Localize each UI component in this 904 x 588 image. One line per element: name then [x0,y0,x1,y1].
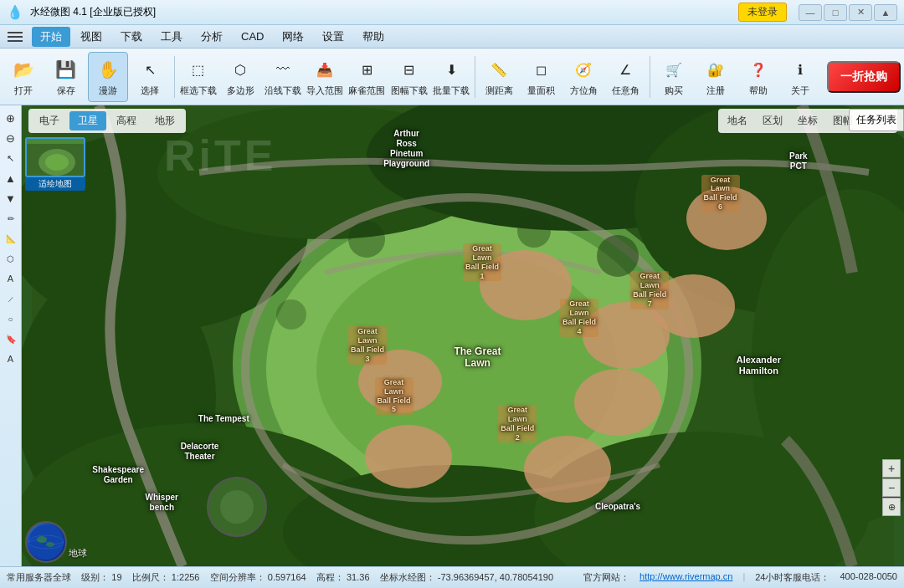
toolbar-buy[interactable]: 🛒 购买 [654,52,694,102]
sidebar-polygon-tool[interactable]: ⬡ [2,249,20,268]
sidebar-bookmark[interactable]: 🔖 [2,330,20,348]
toolbar-select[interactable]: ↖ 选择 [130,52,170,102]
toolbar: 📂 打开 💾 保存 ✋ 漫游 ↖ 选择 ⬚ 框选下载 ⬡ 多边形 〰 沿线下载 … [0,49,904,105]
right-tab-district[interactable]: 区划 [756,111,789,130]
toolbar-register[interactable]: 🔐 注册 [696,52,736,102]
layer-tab-satellite[interactable]: 卫星 [69,111,106,130]
menu-item-tools[interactable]: 工具 [152,27,191,47]
register-icon: 🔐 [702,56,729,83]
menu-item-start[interactable]: 开始 [32,27,70,47]
svg-point-30 [45,154,69,171]
menu-item-network[interactable]: 网络 [274,27,312,47]
toolbar-roam[interactable]: ✋ 漫游 [88,52,129,102]
website-label: 官方网站： [583,571,629,584]
buy-icon: 🛒 [660,56,687,83]
layer-tab-elevation[interactable]: 高程 [108,111,145,130]
bearing-label: 方位角 [570,84,598,97]
layer-tab-terrain[interactable]: 地形 [146,111,183,130]
sidebar-label[interactable]: A [2,350,20,368]
sidebar-zoom-out[interactable]: ⊖ [2,129,20,147]
svg-point-21 [524,436,611,503]
import-range-icon: 📥 [311,56,338,83]
earth-label: 地球 [69,547,87,560]
fullscreen-button[interactable]: ⊕ [882,498,901,516]
app-title: 水经微图 4.1 [企业版已授权] [30,5,156,19]
toolbar-measure-area[interactable]: ◻ 量面积 [521,52,562,102]
hamburger-menu[interactable] [3,28,27,46]
menu-item-download[interactable]: 下载 [112,27,151,47]
register-label: 注册 [706,84,725,97]
map-container[interactable]: RiTE 电子 卫星 高程 地形 地名 区划 坐标 图幅 瓦片 任务列表 [22,105,904,566]
toolbar-help[interactable]: ❓ 帮助 [737,52,778,102]
selected-map-box: 适绘地图 [25,137,85,191]
earth-globe [25,521,67,563]
right-tab-placename[interactable]: 地名 [721,111,754,130]
svg-point-24 [597,235,639,277]
sidebar-text[interactable]: A [2,269,20,288]
svg-point-18 [365,425,452,488]
menu-item-analysis[interactable]: 分析 [193,27,231,47]
toolbar-about[interactable]: ℹ 关于 [780,52,820,102]
toolbar-import-range[interactable]: 📥 导入范围 [305,52,345,102]
title-bar: 💧 水经微图 4.1 [企业版已授权] 未登录 — □ ✕ ▲ [0,0,904,25]
sidebar-draw[interactable]: ✏ [2,209,20,228]
minimize-button[interactable]: — [799,4,822,21]
layer-tab-electronic[interactable]: 电子 [31,111,68,130]
right-tab-coord[interactable]: 坐标 [791,111,824,130]
menu-item-help[interactable]: 帮助 [354,27,393,47]
grid-dl-icon: ⊞ [353,56,380,83]
website-link[interactable]: http://www.rivermap.cn [639,571,732,584]
sidebar-zoom-in[interactable]: ⊕ [2,109,20,127]
restore-button[interactable]: □ [824,4,847,21]
toolbar-bearing[interactable]: 🧭 方位角 [563,52,604,102]
svg-point-17 [574,369,661,436]
toolbar-width-dl[interactable]: ⊟ 图幅下载 [388,52,429,102]
width-dl-icon: ⊟ [396,56,423,83]
sidebar-cursor[interactable]: ↖ [2,149,20,167]
sidebar-circle[interactable]: ○ [2,309,20,328]
svg-point-20 [651,274,735,338]
toolbar-save[interactable]: 💾 保存 [45,52,85,102]
help-icon: ❓ [745,56,772,83]
toolbar-measure-dist[interactable]: 📏 测距离 [479,52,519,102]
close-button[interactable]: ✕ [849,4,872,21]
scale-label: 比例尺： [132,572,169,582]
toolbar-grid-dl[interactable]: ⊞ 麻雀范围 [347,52,387,102]
batch-dl-label: 批量下载 [433,84,470,97]
svg-point-25 [517,214,551,248]
sidebar-line[interactable]: ⟋ [2,289,20,308]
zoom-in-button[interactable]: + [882,459,901,478]
task-list-button[interactable]: 任务列表 [849,109,904,131]
polygon-label: 多边形 [227,84,254,97]
status-bar: 常用服务器全球 级别： 19 比例尺： 1:2256 空间分辨率： 0.5971… [0,566,904,588]
toolbar-line-dl[interactable]: 〰 沿线下载 [262,52,302,102]
toolbar-polygon[interactable]: ⬡ 多边形 [220,52,260,102]
about-icon: ℹ [787,56,814,83]
angle-icon: ∠ [612,56,639,83]
toolbar-open[interactable]: 📂 打开 [3,52,44,102]
menu-item-cad[interactable]: CAD [233,28,272,45]
buy-now-button[interactable]: 一折抢购 [827,61,901,93]
sidebar-pan-up[interactable]: ▲ [2,169,20,187]
coord-value: -73.96369457, 40.78054190 [438,572,553,582]
zoom-out-button[interactable]: − [882,478,901,497]
angle-label: 任意角 [612,84,639,97]
toolbar-batch-dl[interactable]: ⬇ 批量下载 [431,52,471,102]
level-label: 级别： [81,572,109,582]
scale-value: 1:2256 [172,572,200,582]
map-controls: + − ⊕ [882,459,901,516]
menu-item-view[interactable]: 视图 [72,27,110,47]
sidebar-pan-down[interactable]: ▼ [2,189,20,207]
selected-map-thumbnail[interactable] [25,137,85,177]
toolbar-angle[interactable]: ∠ 任意角 [605,52,645,102]
svg-point-26 [348,221,385,258]
svg-point-16 [358,350,442,413]
sidebar-measure[interactable]: 📐 [2,229,20,248]
buy-label: 购买 [665,84,683,97]
select-icon: ↖ [136,56,163,83]
unlogged-button[interactable]: 未登录 [738,3,787,22]
collapse-button[interactable]: ▲ [874,4,897,21]
menu-item-settings[interactable]: 设置 [314,27,352,47]
toolbar-frame-dl[interactable]: ⬚ 框选下载 [178,52,218,102]
measure-area-icon: ◻ [528,56,555,83]
